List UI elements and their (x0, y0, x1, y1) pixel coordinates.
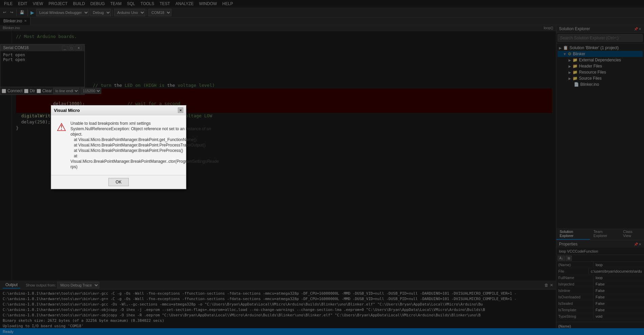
modal-overlay: Visual Micro ✕ ⚠ Unable to load breakpoi… (0, 0, 644, 335)
modal-line-8: Visual.Micro.BreakPointManager.BreakPoin… (70, 159, 219, 164)
modal-close-button[interactable]: ✕ (178, 107, 183, 113)
modal-dialog: Visual Micro ✕ ⚠ Unable to load breakpoi… (51, 105, 186, 189)
modal-line-9: rps) (70, 164, 219, 170)
modal-line-4: at Visual.Micro.BreakPointManager.BreakP… (70, 137, 219, 142)
modal-title-text: Visual Micro (54, 108, 80, 113)
modal-line-2: System.NullReferenceException: Object re… (70, 126, 219, 132)
modal-message-text: Unable to load breakpoints from xml sett… (70, 121, 219, 170)
modal-body: ⚠ Unable to load breakpoints from xml se… (51, 115, 186, 175)
modal-error-icon: ⚠ (57, 121, 66, 134)
modal-footer: OK (51, 175, 186, 189)
modal-line-7: at (70, 153, 219, 159)
modal-line-3: object. (70, 132, 219, 137)
modal-line-1: Unable to load breakpoints from xml sett… (70, 121, 219, 126)
modal-line-6: at Visual.Micro.BreakPointManager.BreakP… (70, 148, 219, 153)
modal-ok-button[interactable]: OK (108, 178, 128, 186)
modal-icon-row: ⚠ Unable to load breakpoints from xml se… (57, 121, 181, 170)
modal-title-bar: Visual Micro ✕ (51, 105, 186, 115)
modal-line-5: at Visual.Micro.BreakPointManager.BreakP… (70, 142, 219, 148)
